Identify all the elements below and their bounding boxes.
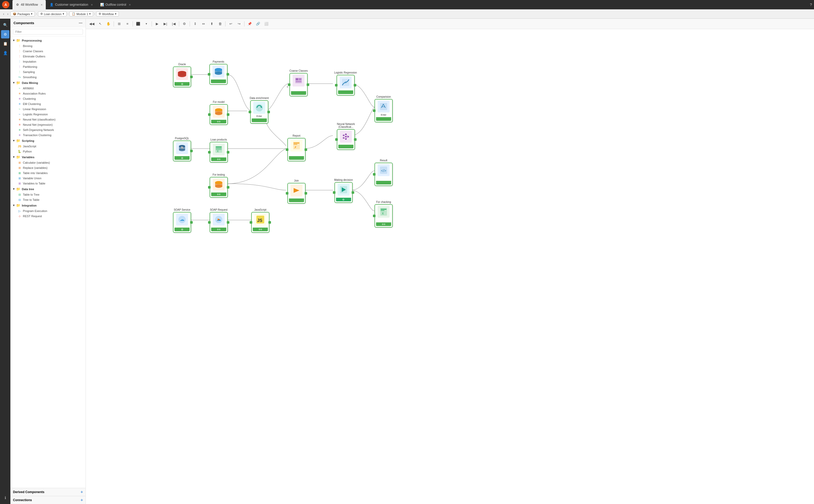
toolbar-run[interactable]: ▶ — [153, 20, 161, 28]
node-for-model-box[interactable]: ⚙⚙ — [210, 104, 228, 125]
item-arimax[interactable]: ~ ARIMAX — [10, 86, 85, 91]
tab-workflow[interactable]: ⚙ 48 Workflow ✕ — [12, 0, 46, 9]
item-partitioning[interactable]: ⋮ Partitioning — [10, 64, 85, 69]
node-report-box[interactable]: ✗ — [287, 138, 306, 161]
toolbar-collapse-left[interactable]: ◀◀ — [88, 20, 96, 28]
node-comparison[interactable]: Comparision Enter — [375, 95, 393, 122]
node-loan-port-right[interactable] — [227, 151, 230, 154]
toolbar-maximize[interactable]: ⬜ — [263, 20, 270, 28]
group-data-mining-header[interactable]: ▾ 📁 Data Mining — [10, 80, 85, 86]
toolbar-align-h[interactable]: ⇔ — [199, 20, 207, 28]
toolbar-layout-dropdown[interactable]: ▾ — [142, 20, 150, 28]
node-soap-request-port-right[interactable] — [227, 221, 230, 224]
node-making-decision-port-left[interactable] — [333, 191, 336, 194]
toolbar-zoom-fit[interactable]: ⊞ — [115, 20, 123, 28]
node-for-testing-port-left[interactable] — [208, 186, 211, 189]
toolbar-undo[interactable]: ↩ — [227, 20, 235, 28]
node-report-port-left[interactable] — [286, 148, 289, 151]
group-variables-header[interactable]: ▾ 📁 Variables — [10, 154, 85, 160]
node-for-model-port-left[interactable] — [208, 113, 211, 116]
toolbar-pan[interactable]: ✋ — [104, 20, 112, 28]
node-payments-port-right[interactable] — [227, 73, 229, 76]
breadcrumb-module[interactable]: 📋 Module 1 ▾ — [69, 11, 93, 16]
nav-forward-button[interactable]: › — [6, 12, 9, 16]
node-comparison-box[interactable]: Enter — [375, 99, 393, 122]
node-postgresql-box[interactable]: 🐘 ⚙ — [173, 141, 191, 161]
node-postgresql[interactable]: PostgreSQL 🐘 ⚙ — [173, 137, 191, 161]
node-join-port-left[interactable] — [286, 192, 289, 195]
tab-outflow[interactable]: 📊 Outflow control ✕ — [97, 0, 134, 9]
node-coarse-classes-box[interactable]: + — [290, 73, 308, 96]
node-soap-service-box[interactable]: ☁ </> ⚙ — [173, 212, 191, 233]
breadcrumb-workflow[interactable]: ⚙ Workflow ▾ — [96, 11, 119, 16]
item-binning[interactable]: ⋮ Binning — [10, 43, 85, 49]
node-logistic-reg-port-left[interactable] — [335, 84, 338, 87]
node-oracle-box[interactable]: ⚙ — [173, 67, 191, 87]
item-sampling[interactable]: ⋮ Sampling — [10, 69, 85, 75]
tab-outflow-close[interactable]: ✕ — [129, 3, 131, 6]
item-calculator-vars[interactable]: ⊞ Calculator (variables) — [10, 160, 85, 165]
group-scripting-header[interactable]: ▾ 📁 Scripting — [10, 138, 85, 144]
item-variables-to-table[interactable]: ⊞ Variables to Table — [10, 181, 85, 186]
nav-back-button[interactable]: ‹ — [2, 12, 5, 16]
item-table-into-vars[interactable]: ⊞ Table into Variables — [10, 170, 85, 176]
sidebar-collapse-btn[interactable]: — — [79, 21, 82, 25]
item-transaction-clustering[interactable]: ✳ Transaction Clustering — [10, 132, 85, 138]
item-em-clustering[interactable]: ✳ EM Clustering — [10, 101, 85, 107]
node-loan-box[interactable]: X ⚙⚙ — [210, 142, 228, 163]
tab-customer[interactable]: 👤 Customer segmentation ✕ — [47, 0, 96, 9]
item-program-execution[interactable]: ▷ Program Execution — [10, 208, 85, 214]
node-for-testing-port-right[interactable] — [227, 186, 230, 189]
node-postgresql-port-right[interactable] — [190, 150, 193, 152]
toolbar-settings[interactable]: ⚙ — [180, 20, 188, 28]
node-data-enrichment[interactable]: Data enrichment Enter — [250, 97, 269, 124]
group-integration-header[interactable]: ▾ 📁 Integration — [10, 202, 85, 208]
node-oracle[interactable]: Oracle ⚙ — [173, 63, 191, 87]
node-for-testing[interactable]: For testing ⚙⚙ — [210, 173, 228, 198]
item-rest-request[interactable]: ⊹ REST Request — [10, 214, 85, 219]
toolbar-redo[interactable]: ↪ — [235, 20, 243, 28]
node-result-box[interactable]: </> — [375, 163, 393, 186]
node-javascript-port-right[interactable] — [268, 221, 271, 224]
node-join-port-right[interactable] — [305, 192, 307, 195]
connections-section[interactable]: Connections + — [10, 496, 85, 504]
node-soap-request-port-left[interactable] — [208, 221, 211, 224]
tab-customer-close[interactable]: ✕ — [91, 3, 93, 6]
item-tree-to-table[interactable]: ⊟ Tree to Table — [10, 197, 85, 202]
node-neural-network-port-right[interactable] — [354, 138, 357, 141]
item-smoothing[interactable]: 〜 Smoothing — [10, 75, 85, 80]
canvas-area[interactable]: Oracle ⚙ Payments — [86, 29, 814, 504]
group-preprocessing-header[interactable]: ▾ 📁 Preprocessing — [10, 37, 85, 43]
icon-bar-search[interactable]: 🔍 — [1, 21, 9, 29]
icon-bar-workflow[interactable]: ⚙ — [1, 30, 9, 38]
toolbar-pin[interactable]: 📌 — [246, 20, 254, 28]
toolbar-run-step[interactable]: ▶| — [161, 20, 169, 28]
toolbar-list[interactable]: ≡ — [123, 20, 131, 28]
tab-workflow-close[interactable]: ✕ — [41, 3, 43, 6]
canvas-scrollbar[interactable] — [499, 29, 501, 341]
toolbar-layout[interactable]: ⬛ — [134, 20, 142, 28]
node-result-port-left[interactable] — [373, 173, 376, 176]
help-button[interactable]: ? — [810, 3, 812, 7]
node-join[interactable]: Join — [287, 179, 306, 204]
node-logistic-reg[interactable]: Logistic Regression — [334, 71, 357, 96]
item-replace-vars[interactable]: ⊞ Replace (variables) — [10, 165, 85, 170]
toolbar-link[interactable]: 🔗 — [254, 20, 262, 28]
item-imputation[interactable]: ⋮ Imputation — [10, 59, 85, 64]
node-logistic-reg-port-right[interactable] — [354, 84, 356, 87]
breadcrumb-packages[interactable]: 📦 Packages ▾ — [10, 11, 35, 16]
item-self-organizing[interactable]: ✳ Self-Organizing Network — [10, 127, 85, 132]
node-soap-request-box[interactable]: ☁ ⚙⚙ — [210, 212, 228, 233]
icon-bar-user[interactable]: 👤 — [1, 49, 9, 57]
node-report-port-right[interactable] — [305, 148, 307, 151]
node-payments[interactable]: Payments — [210, 60, 228, 85]
node-join-box[interactable] — [287, 183, 306, 204]
node-for-model[interactable]: For model ⚙⚙ — [210, 101, 228, 125]
node-loan-products[interactable]: Loan products X — [210, 138, 228, 163]
node-for-testing-box[interactable]: ⚙⚙ — [210, 177, 228, 198]
node-logistic-reg-box[interactable] — [337, 75, 355, 96]
node-coarse-classes-port-right[interactable] — [307, 83, 309, 86]
node-making-decision-port-right[interactable] — [352, 191, 354, 194]
item-linear-regression[interactable]: ~ Linear Regression — [10, 107, 85, 112]
node-javascript-box[interactable]: JS ⚙⚙ — [251, 212, 270, 233]
